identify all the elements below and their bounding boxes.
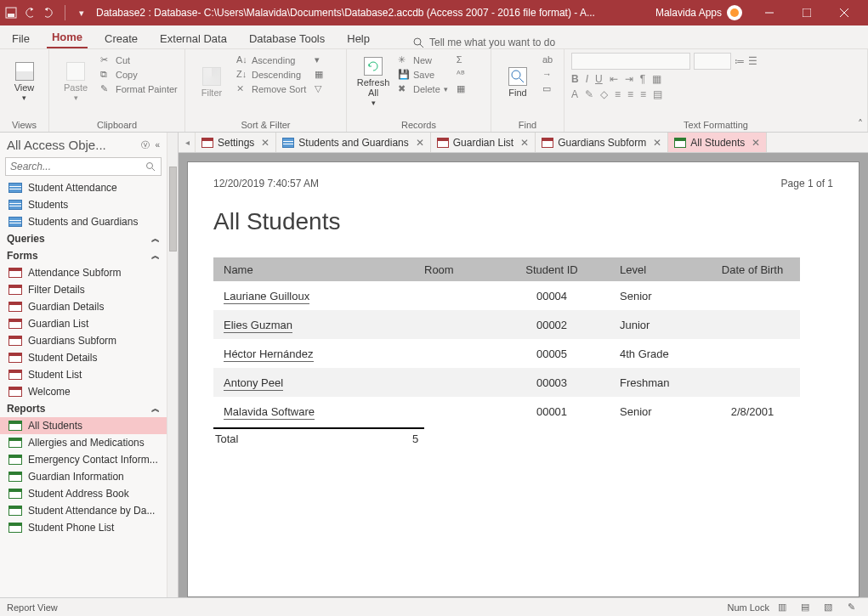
font-size-select (694, 53, 731, 70)
nav-item-table[interactable]: Student Attendance (0, 179, 167, 196)
nav-item-form[interactable]: Guardian List (0, 315, 167, 332)
menu-create[interactable]: Create (99, 29, 143, 48)
nav-section-forms[interactable]: Forms︽ (0, 247, 167, 264)
nav-item-form[interactable]: Welcome (0, 383, 167, 400)
ascending-button: A↓Ascending (236, 54, 306, 66)
doc-tab[interactable]: Guardians Subform ✕ (536, 133, 668, 152)
nav-search[interactable] (5, 157, 162, 176)
doc-tab[interactable]: Students and Guardians ✕ (276, 133, 430, 152)
tell-me-search[interactable]: Tell me what you want to do (412, 37, 555, 48)
nav-section-reports[interactable]: Reports︽ (0, 400, 167, 417)
tab-close-icon[interactable]: ✕ (518, 137, 529, 149)
student-name-link[interactable]: Lauriane Guilloux (224, 290, 309, 304)
nav-item-form[interactable]: Guardian Details (0, 298, 167, 315)
highlight-button: ✎ (585, 88, 593, 100)
new-icon: ✳ (398, 54, 410, 66)
nav-item-report[interactable]: Emergency Contact Inform... (0, 451, 167, 468)
menu-home[interactable]: Home (47, 27, 88, 48)
navigation-pane: All Access Obje... ⓥ « Student Attendanc… (0, 133, 179, 597)
view-print-icon[interactable]: ▤ (795, 600, 815, 615)
nav-item-table[interactable]: Students (0, 196, 167, 213)
menu-help[interactable]: Help (342, 29, 375, 48)
tab-label: Settings (218, 137, 254, 149)
table-row[interactable]: Malavida Software 00001 Senior 2/8/2001 (213, 397, 800, 426)
nav-collapse-icon[interactable]: « (155, 140, 160, 150)
apps-link[interactable]: Malavida Apps (655, 5, 742, 20)
remove-sort-button: ⨯Remove Sort (236, 83, 306, 95)
student-name-link[interactable]: Antony Peel (224, 376, 283, 391)
brush-icon: ✎ (100, 83, 112, 95)
student-name-link[interactable]: Héctor Hernández (224, 348, 314, 362)
view-layout-icon[interactable]: ▧ (818, 600, 838, 615)
nav-item-report[interactable]: Guardian Information (0, 468, 167, 485)
nav-menu-icon[interactable]: ⓥ (141, 139, 150, 151)
nav-item-report[interactable]: Allergies and Medications (0, 434, 167, 451)
fill-color-button: ◇ (600, 88, 608, 100)
tab-close-icon[interactable]: ✕ (749, 137, 760, 149)
table-row[interactable]: Lauriane Guilloux 00004 Senior (213, 281, 800, 310)
save-icon[interactable] (5, 7, 17, 19)
table-row[interactable]: Héctor Hernández 00005 4th Grade (213, 339, 800, 368)
refresh-all-button[interactable]: Refresh All▾ (354, 53, 393, 112)
nav-item-table[interactable]: Students and Guardians (0, 213, 167, 230)
view-design-icon[interactable]: ✎ (841, 600, 861, 615)
tab-close-icon[interactable]: ✕ (650, 137, 661, 149)
maximize-button[interactable] (788, 0, 825, 25)
nav-search-input[interactable] (6, 161, 145, 172)
total-row: Total 5 (213, 429, 800, 445)
cut-icon: ✂ (100, 54, 112, 66)
tab-close-icon[interactable]: ✕ (258, 137, 269, 149)
nav-item-report[interactable]: Student Attendance by Da... (0, 502, 167, 519)
menu-bar: File Home Create External Data Database … (0, 25, 868, 49)
student-name-link[interactable]: Elies Guzman (224, 319, 292, 333)
tab-close-icon[interactable]: ✕ (413, 137, 424, 149)
replace-button: ab (542, 54, 554, 66)
nav-item-form[interactable]: Student Details (0, 349, 167, 366)
nav-scrollbar[interactable] (167, 133, 178, 597)
col-student-id: Student ID (501, 263, 603, 276)
svg-line-10 (519, 78, 524, 82)
group-find: Find (498, 118, 557, 130)
scroll-thumb[interactable] (169, 167, 177, 251)
nav-item-report[interactable]: All Students (0, 417, 167, 434)
view-button[interactable]: View▾ (7, 53, 42, 112)
menu-database-tools[interactable]: Database Tools (244, 29, 330, 48)
nav-section-queries[interactable]: Queries︽ (0, 230, 167, 247)
collapse-ribbon-button[interactable]: ˄ (858, 118, 863, 130)
tab-label: All Students (690, 137, 745, 149)
delete-icon: ✖ (398, 83, 410, 95)
doc-tab[interactable]: All Students ✕ (668, 133, 767, 152)
save-rec-icon: 💾 (398, 69, 410, 81)
col-dob: Date of Birth (705, 263, 800, 276)
align-center-icon: ≡ (627, 88, 633, 100)
table-row[interactable]: Antony Peel 00003 Freshman (213, 368, 800, 397)
minimize-button[interactable] (751, 0, 788, 25)
undo-icon[interactable] (24, 7, 36, 19)
select-button: ▭ (542, 83, 554, 95)
nav-item-report[interactable]: Student Address Book (0, 485, 167, 502)
close-button[interactable] (825, 0, 863, 25)
tab-scroll-left[interactable]: ◂ (180, 133, 196, 152)
doc-tab[interactable]: Guardian List ✕ (431, 133, 536, 152)
align-left-icon: ≡ (615, 88, 621, 100)
view-report-icon[interactable]: ▥ (772, 600, 792, 615)
table-row[interactable]: Elies Guzman 00002 Junior (213, 310, 800, 339)
find-icon (508, 67, 527, 86)
form-icon (9, 285, 22, 295)
nav-item-form[interactable]: Guardians Subform (0, 332, 167, 349)
menu-file[interactable]: File (7, 29, 35, 48)
redo-icon[interactable] (43, 7, 54, 19)
nav-item-form[interactable]: Student List (0, 366, 167, 383)
find-button[interactable]: Find (498, 53, 537, 112)
nav-item-form[interactable]: Filter Details (0, 281, 167, 298)
menu-external-data[interactable]: External Data (155, 29, 232, 48)
nav-item-form[interactable]: Attendance Subform (0, 264, 167, 281)
nav-item-report[interactable]: Student Phone List (0, 519, 167, 536)
search-icon[interactable] (145, 161, 161, 172)
student-name-link[interactable]: Malavida Software (224, 405, 315, 420)
rpt-icon (674, 138, 686, 148)
sort-desc-icon: Z↓ (236, 69, 248, 81)
qat-customize-icon[interactable]: ▾ (76, 7, 88, 19)
nav-title[interactable]: All Access Obje... (7, 138, 106, 152)
doc-tab[interactable]: Settings ✕ (196, 133, 276, 152)
